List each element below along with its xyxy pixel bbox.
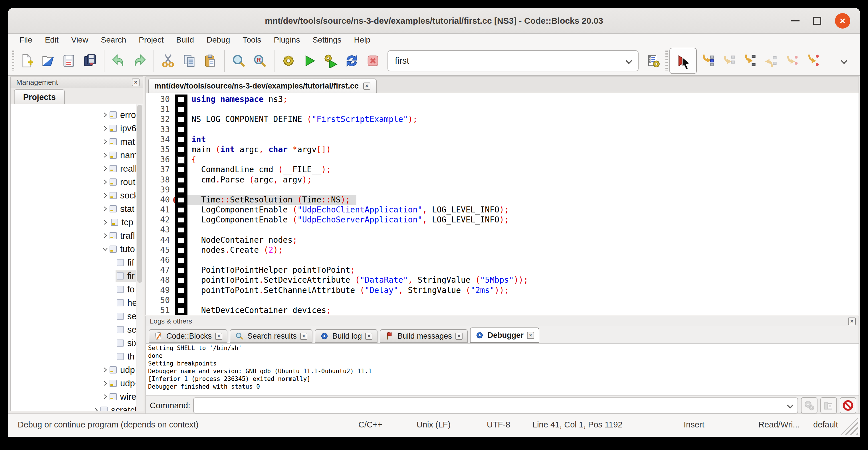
code-line-30[interactable]: 30using namespace ns3; (146, 94, 859, 104)
tree-item-he[interactable]: he (10, 296, 136, 309)
code-line-49[interactable]: 49 pointToPoint.SetChannelAttribute ("De… (146, 286, 859, 296)
tree-item-sock[interactable]: sock (10, 189, 136, 202)
chevron-down-icon[interactable] (626, 58, 632, 64)
code-line-35[interactable]: 35main (int argc, char *argv[]) (146, 145, 859, 155)
tree-item-fir[interactable]: fir (10, 269, 136, 283)
fold-margin[interactable] (175, 195, 187, 205)
stop-debugger-button[interactable] (840, 397, 856, 414)
tab-close-icon[interactable]: × (456, 333, 463, 340)
tree-item-erro[interactable]: erro (10, 108, 136, 122)
code-line-43[interactable]: 43 (146, 225, 859, 235)
fold-margin[interactable] (175, 265, 187, 275)
menu-view[interactable]: View (65, 34, 94, 46)
line-number[interactable]: 44 (146, 235, 175, 245)
build-button[interactable] (278, 49, 299, 73)
code-line-41[interactable]: 41 LogComponentEnable ("UdpEchoClientApp… (146, 205, 859, 215)
tree-scrollbar[interactable] (136, 104, 143, 411)
line-number[interactable]: 42 (146, 215, 175, 225)
line-number[interactable]: 34 (146, 135, 175, 145)
tab-close-icon[interactable]: × (215, 333, 222, 340)
fold-margin[interactable] (175, 225, 187, 235)
compile-target-options-button[interactable] (643, 49, 664, 73)
step-into-button[interactable] (739, 49, 760, 73)
code-line-42[interactable]: 42 LogComponentEnable ("UdpEchoServerApp… (146, 215, 859, 225)
fold-margin[interactable] (175, 305, 187, 315)
editor-tab-first-cc[interactable]: mnt/dev/tools/source/ns-3-dev/examples/t… (148, 79, 377, 93)
chevron-right-icon[interactable] (102, 165, 108, 172)
menu-settings[interactable]: Settings (306, 34, 347, 46)
tree-item-udp-[interactable]: udp- (10, 377, 136, 390)
chevron-right-icon[interactable] (102, 152, 108, 158)
debug-tools-button[interactable] (801, 397, 817, 414)
new-file-button[interactable] (16, 49, 37, 73)
menu-project[interactable]: Project (132, 34, 170, 46)
project-tree[interactable]: erroipv6matnamreallroutsockstattcptraflt… (10, 104, 136, 411)
line-number[interactable]: 39 (146, 185, 175, 195)
fold-margin[interactable] (175, 275, 187, 285)
tree-item-ipv6[interactable]: ipv6 (10, 122, 136, 135)
chevron-right-icon[interactable] (102, 139, 108, 145)
build-and-run-button[interactable] (320, 49, 341, 73)
menu-edit[interactable]: Edit (38, 34, 65, 46)
code-line-46[interactable]: 46 (146, 255, 859, 265)
menu-tools[interactable]: Tools (236, 34, 267, 46)
rebuild-button[interactable] (341, 49, 362, 73)
tree-item-udp[interactable]: udp (10, 363, 136, 377)
run-button[interactable] (299, 49, 320, 73)
code-line-47[interactable]: 47 PointToPointHelper pointToPoint; (146, 265, 859, 275)
step-out-button[interactable] (760, 49, 781, 73)
chevron-right-icon[interactable] (102, 206, 108, 212)
line-number[interactable]: 35 (146, 145, 175, 155)
chevron-right-icon[interactable] (102, 380, 108, 387)
editor-tab-close-icon[interactable]: × (363, 83, 370, 90)
code-line-32[interactable]: 32NS_LOG_COMPONENT_DEFINE ("FirstScriptE… (146, 115, 859, 124)
code-editor[interactable]: 30using namespace ns3;3132NS_LOG_COMPONE… (146, 93, 859, 315)
code-line-36[interactable]: 36−{ (146, 155, 859, 165)
tree-item-fif[interactable]: fif (10, 256, 136, 269)
fold-margin[interactable] (175, 205, 187, 215)
tree-item-rout[interactable]: rout (10, 175, 136, 189)
line-number[interactable]: 32 (146, 115, 175, 124)
open-file-button[interactable] (37, 49, 58, 73)
line-number[interactable]: 50 (146, 296, 175, 305)
code-line-50[interactable]: 50 (146, 296, 859, 305)
redo-button[interactable] (129, 49, 150, 73)
line-number[interactable]: 48 (146, 275, 175, 285)
chevron-right-icon[interactable] (102, 179, 108, 185)
tree-item-se[interactable]: se (10, 323, 136, 336)
tree-item-wire[interactable]: wire (10, 390, 136, 403)
paste-button[interactable] (200, 49, 221, 73)
tree-item-th[interactable]: th (10, 350, 136, 363)
maximize-icon[interactable] (813, 17, 821, 25)
chevron-down-icon[interactable] (102, 246, 108, 252)
fold-margin[interactable] (175, 185, 187, 195)
abort-build-button[interactable] (362, 49, 383, 73)
chevron-right-icon[interactable] (102, 112, 108, 118)
tree-item-stat[interactable]: stat (10, 202, 136, 216)
chevron-right-icon[interactable] (93, 407, 99, 411)
tree-scrollbar-thumb[interactable] (137, 105, 142, 283)
line-number[interactable]: 41 (146, 205, 175, 215)
undo-button[interactable] (108, 49, 129, 73)
line-number[interactable]: 46 (146, 255, 175, 265)
menu-search[interactable]: Search (95, 34, 133, 46)
code-line-33[interactable]: 33 (146, 125, 859, 135)
logs-close-icon[interactable]: × (848, 318, 856, 325)
debugger-log-output[interactable]: Setting SHELL to '/bin/sh'doneSetting br… (146, 343, 859, 396)
line-number[interactable]: 30 (146, 94, 175, 104)
tab-build-messages[interactable]: Build messages × (380, 329, 468, 343)
fold-margin[interactable] (175, 145, 187, 155)
fold-margin[interactable] (175, 175, 187, 185)
menu-plugins[interactable]: Plugins (268, 34, 306, 46)
tree-item-six[interactable]: six (10, 336, 136, 350)
command-combo[interactable] (193, 397, 798, 414)
chevron-right-icon[interactable] (102, 233, 108, 239)
code-line-45[interactable]: 45 nodes.Create (2); (146, 245, 859, 255)
tree-item-fo[interactable]: fo (10, 283, 136, 296)
cut-button[interactable] (157, 49, 179, 73)
fold-margin[interactable] (175, 165, 187, 175)
find-button[interactable] (228, 49, 249, 73)
code-line-37[interactable]: 37 CommandLine cmd (__FILE__); (146, 165, 859, 175)
fold-margin[interactable] (175, 125, 187, 135)
fold-margin[interactable] (175, 235, 187, 245)
